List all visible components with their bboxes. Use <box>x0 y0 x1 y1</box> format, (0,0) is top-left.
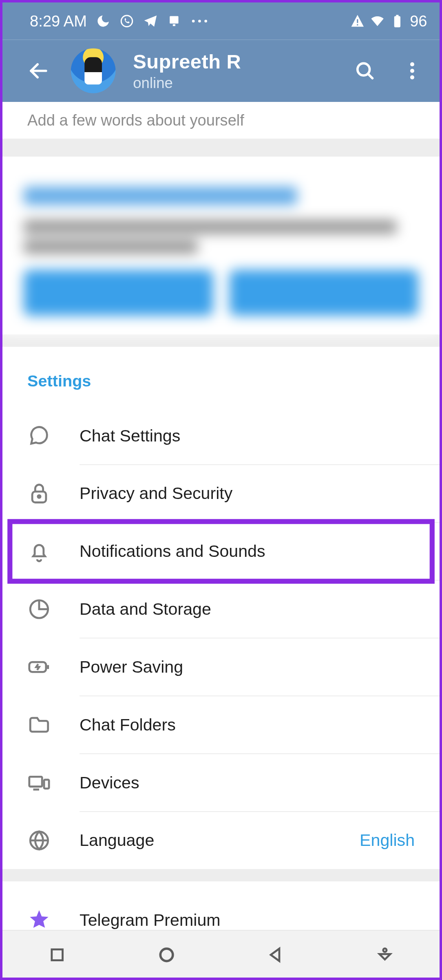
battery-icon <box>390 13 405 29</box>
search-button[interactable] <box>350 56 380 86</box>
lock-icon <box>27 482 80 505</box>
profile-status: online <box>133 74 241 92</box>
devices-icon <box>27 771 80 795</box>
svg-point-24 <box>160 948 173 961</box>
avatar-image <box>71 49 116 93</box>
svg-rect-1 <box>170 16 178 24</box>
svg-rect-9 <box>396 15 399 17</box>
svg-rect-2 <box>172 24 175 26</box>
folder-icon <box>27 713 80 737</box>
section-gap <box>2 334 440 347</box>
chat-icon <box>27 424 80 448</box>
bio-input[interactable]: Add a few words about yourself <box>2 102 440 139</box>
devices-row[interactable]: Devices <box>2 754 440 811</box>
svg-point-25 <box>383 948 387 951</box>
more-vert-icon <box>401 60 424 82</box>
status-left: 8:29 AM <box>30 12 209 30</box>
whatsapp-icon <box>119 13 134 29</box>
settings-title: Settings <box>2 372 440 407</box>
svg-point-13 <box>410 75 414 79</box>
section-gap <box>2 869 440 882</box>
chevron-down-icon <box>376 945 394 964</box>
nav-down-button[interactable] <box>370 940 400 969</box>
section-gap <box>2 139 440 157</box>
search-icon <box>354 60 376 82</box>
profile-avatar[interactable] <box>71 49 116 93</box>
star-icon <box>27 908 80 932</box>
nav-back-button[interactable] <box>261 940 290 969</box>
power-saving-row[interactable]: Power Saving <box>2 638 440 695</box>
status-battery: 96 <box>410 12 427 30</box>
status-bar: 8:29 AM <box>2 2 440 40</box>
svg-point-11 <box>410 62 414 66</box>
svg-rect-8 <box>394 16 400 27</box>
battery-charge-icon <box>27 655 80 679</box>
promo-button-left[interactable] <box>24 270 213 316</box>
row-label: Chat Folders <box>80 715 415 734</box>
svg-rect-7 <box>357 24 358 25</box>
language-value: English <box>360 831 415 850</box>
svg-rect-23 <box>52 949 63 960</box>
row-label: Power Saving <box>80 658 415 677</box>
settings-section: Settings Chat Settings Privacy and Secur… <box>2 347 440 869</box>
svg-point-3 <box>192 20 194 22</box>
telegram-icon <box>143 13 158 29</box>
chat-folders-row[interactable]: Chat Folders <box>2 696 440 753</box>
privacy-row[interactable]: Privacy and Security <box>2 465 440 522</box>
chat-settings-row[interactable]: Chat Settings <box>2 407 440 464</box>
status-right: 96 <box>350 12 427 30</box>
arrow-left-icon <box>27 60 50 82</box>
triangle-left-icon <box>266 945 285 964</box>
notifications-row[interactable]: Notifications and Sounds <box>11 523 431 580</box>
square-icon <box>48 945 66 964</box>
data-storage-row[interactable]: Data and Storage <box>2 580 440 638</box>
svg-point-15 <box>38 495 40 498</box>
svg-rect-6 <box>357 19 358 23</box>
screen: 8:29 AM <box>2 2 440 978</box>
wifi-icon <box>370 13 385 29</box>
svg-point-4 <box>198 20 201 22</box>
svg-point-0 <box>121 15 132 26</box>
header-title-block: Supreeth R online <box>133 50 241 92</box>
back-button[interactable] <box>24 56 53 86</box>
globe-icon <box>27 829 80 852</box>
bell-icon <box>27 540 80 563</box>
svg-rect-19 <box>44 780 49 789</box>
more-dots-icon <box>190 13 209 29</box>
svg-rect-18 <box>29 777 42 786</box>
promo-card <box>2 174 440 334</box>
notification-icon <box>166 13 181 29</box>
status-time: 8:29 AM <box>30 12 87 30</box>
more-button[interactable] <box>397 56 427 86</box>
language-row[interactable]: Language English <box>2 812 440 869</box>
row-label: Privacy and Security <box>80 484 415 503</box>
row-label: Language <box>80 831 360 850</box>
row-label: Chat Settings <box>80 426 415 445</box>
warning-icon <box>350 13 365 29</box>
svg-point-5 <box>204 20 207 22</box>
svg-point-12 <box>410 69 414 73</box>
pie-icon <box>27 597 80 621</box>
nav-home-button[interactable] <box>151 940 181 969</box>
row-label: Telegram Premium <box>80 910 415 929</box>
row-label: Devices <box>80 773 415 792</box>
moon-icon <box>95 13 110 29</box>
app-bar: Supreeth R online <box>2 40 440 102</box>
bio-placeholder: Add a few words about yourself <box>27 111 244 129</box>
circle-icon <box>157 945 176 964</box>
row-label: Notifications and Sounds <box>80 542 415 561</box>
promo-button-right[interactable] <box>229 270 418 316</box>
profile-name: Supreeth R <box>133 50 241 73</box>
nav-bar <box>2 930 440 978</box>
nav-recent-button[interactable] <box>42 940 72 969</box>
row-label: Data and Storage <box>80 600 415 619</box>
